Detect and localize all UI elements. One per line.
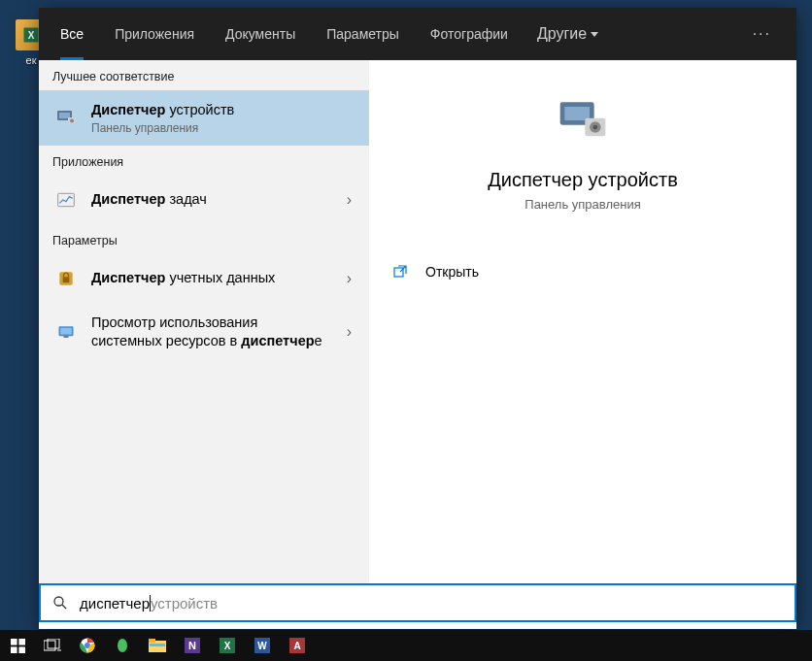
result-text: Диспетчер учетных данных — [91, 269, 343, 288]
credential-manager-icon — [52, 265, 80, 292]
result-title: Диспетчер учетных данных — [91, 269, 343, 288]
result-text: Просмотр использованиясистемных ресурсов… — [91, 314, 343, 351]
svg-rect-31 — [149, 639, 155, 643]
expand-chevron-icon: › — [343, 191, 355, 209]
taskbar-microsoft-n[interactable]: N — [175, 630, 210, 661]
tab-all[interactable]: Все — [45, 8, 99, 60]
result-credential-manager[interactable]: Диспетчер учетных данных › — [39, 254, 369, 303]
search-results-panel: Все Приложения Документы Параметры Фотог… — [39, 8, 796, 629]
svg-rect-3 — [59, 113, 70, 118]
result-resource-usage[interactable]: Просмотр использованиясистемных ресурсов… — [39, 303, 369, 362]
tab-apps[interactable]: Приложения — [99, 8, 210, 60]
chevron-down-icon — [591, 32, 598, 37]
search-content-area: Лучшее соответствие Диспетчер устройств … — [39, 60, 796, 590]
expand-chevron-icon: › — [343, 323, 355, 341]
svg-rect-13 — [564, 107, 590, 120]
svg-rect-22 — [11, 646, 17, 653]
svg-point-16 — [593, 125, 598, 130]
tab-documents[interactable]: Документы — [210, 8, 311, 60]
svg-rect-20 — [11, 639, 17, 645]
taskbar-excel[interactable]: X — [210, 630, 245, 661]
action-open-label: Открыть — [425, 264, 479, 280]
taskbar-access[interactable]: A — [280, 630, 315, 661]
svg-rect-32 — [150, 644, 165, 646]
result-task-manager[interactable]: Диспетчер задач › — [39, 176, 369, 224]
svg-rect-6 — [58, 193, 75, 206]
result-text: Диспетчер устройств Панель управления — [91, 101, 355, 135]
svg-rect-21 — [18, 639, 25, 645]
svg-rect-10 — [60, 328, 72, 335]
search-suggestion-text: устройств — [151, 595, 218, 611]
svg-text:X: X — [224, 641, 231, 651]
tab-options-button[interactable]: ··· — [733, 25, 791, 43]
resource-monitor-icon — [52, 318, 80, 346]
section-apps: Приложения — [39, 146, 369, 176]
result-text: Диспетчер задач — [91, 190, 343, 210]
open-icon — [392, 264, 408, 280]
svg-rect-17 — [394, 268, 403, 277]
action-open[interactable]: Открыть — [369, 250, 796, 293]
svg-rect-11 — [64, 336, 69, 338]
svg-point-29 — [118, 639, 127, 652]
search-typed-text: диспетчер — [80, 595, 150, 611]
search-input[interactable]: диспетчер устройств — [39, 583, 796, 622]
taskbar-app-1[interactable] — [105, 630, 140, 661]
preview-subtitle: Панель управления — [369, 197, 796, 212]
search-preview-panel: Диспетчер устройств Панель управления От… — [369, 60, 796, 590]
search-icon — [52, 595, 68, 611]
result-title: Просмотр использованиясистемных ресурсов… — [91, 314, 343, 351]
tab-photos[interactable]: Фотографии — [415, 8, 524, 60]
svg-point-5 — [70, 119, 74, 123]
device-manager-icon — [52, 104, 80, 131]
tab-more[interactable]: Другие — [524, 25, 612, 43]
svg-text:A: A — [293, 641, 300, 651]
taskbar-word[interactable]: W — [245, 630, 280, 661]
preview-title: Диспетчер устройств — [369, 169, 796, 191]
tab-more-label: Другие — [537, 25, 587, 43]
svg-text:N: N — [188, 640, 196, 651]
search-tab-bar: Все Приложения Документы Параметры Фотог… — [39, 8, 796, 60]
tab-settings[interactable]: Параметры — [311, 8, 415, 60]
taskbar: N X W A — [0, 630, 812, 661]
task-view-button[interactable] — [35, 630, 70, 661]
result-subtitle: Панель управления — [91, 121, 355, 135]
task-manager-icon — [52, 186, 80, 214]
svg-text:W: W — [257, 641, 267, 651]
svg-text:X: X — [28, 30, 35, 41]
preview-device-manager-icon — [552, 89, 614, 151]
section-settings: Параметры — [39, 224, 369, 254]
start-button[interactable] — [0, 630, 35, 661]
expand-chevron-icon: › — [343, 270, 355, 287]
svg-rect-8 — [63, 277, 70, 282]
svg-point-18 — [54, 597, 63, 606]
result-title: Диспетчер задач — [91, 190, 343, 210]
section-best-match: Лучшее соответствие — [39, 60, 369, 90]
result-device-manager[interactable]: Диспетчер устройств Панель управления — [39, 90, 369, 146]
svg-line-19 — [62, 605, 66, 609]
preview-actions: Открыть — [369, 250, 796, 293]
taskbar-chrome[interactable] — [70, 630, 105, 661]
result-title: Диспетчер устройств — [91, 101, 355, 120]
svg-rect-23 — [18, 646, 25, 653]
search-results-list: Лучшее соответствие Диспетчер устройств … — [39, 60, 369, 590]
taskbar-file-explorer[interactable] — [140, 630, 175, 661]
